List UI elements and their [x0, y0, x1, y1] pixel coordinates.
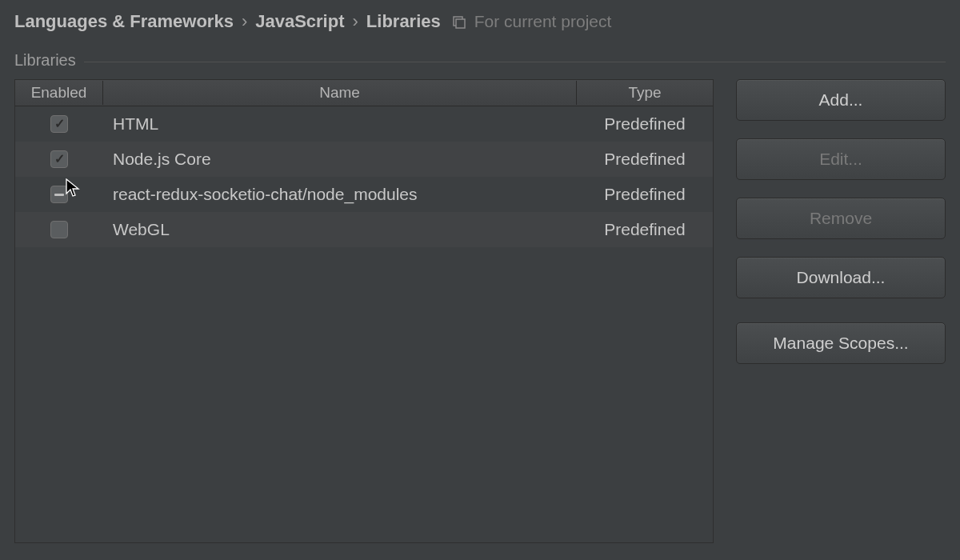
library-name: HTML — [103, 114, 577, 134]
table-row[interactable]: Node.js CorePredefined — [15, 142, 713, 177]
add-button[interactable]: Add... — [736, 79, 946, 121]
edit-button[interactable]: Edit... — [736, 138, 946, 180]
remove-button[interactable]: Remove — [736, 198, 946, 239]
table-body: HTMLPredefinedNode.js CorePredefinedreac… — [15, 106, 713, 542]
library-name: Node.js Core — [103, 150, 577, 169]
table-row[interactable]: react-redux-socketio-chat/node_modulesPr… — [15, 177, 713, 212]
table-row[interactable]: HTMLPredefined — [15, 106, 713, 142]
breadcrumb: Languages & Frameworks › JavaScript › Li… — [0, 0, 960, 40]
scope-label: For current project — [474, 12, 612, 31]
library-type: Predefined — [577, 185, 713, 204]
enabled-cell[interactable] — [15, 221, 103, 238]
checkbox[interactable] — [50, 115, 68, 133]
library-type: Predefined — [577, 150, 713, 169]
breadcrumb-item[interactable]: Languages & Frameworks — [14, 11, 234, 32]
project-scope-icon — [452, 14, 466, 29]
enabled-cell[interactable] — [15, 115, 103, 133]
download-button[interactable]: Download... — [736, 257, 946, 298]
library-name: WebGL — [103, 220, 577, 239]
breadcrumb-item[interactable]: JavaScript — [255, 11, 344, 32]
enabled-cell[interactable] — [15, 186, 103, 203]
enabled-cell[interactable] — [15, 150, 103, 168]
library-type: Predefined — [577, 114, 713, 134]
section-header: Libraries — [0, 40, 960, 74]
chevron-right-icon: › — [351, 11, 360, 32]
checkbox[interactable] — [50, 221, 68, 238]
column-header-enabled[interactable]: Enabled — [15, 81, 103, 105]
breadcrumb-item[interactable]: Libraries — [366, 11, 441, 32]
table-row[interactable]: WebGLPredefined — [15, 212, 713, 247]
divider — [84, 62, 946, 62]
checkbox[interactable] — [50, 150, 68, 168]
library-type: Predefined — [577, 220, 713, 239]
libraries-table: Enabled Name Type HTMLPredefinedNode.js … — [14, 79, 714, 543]
library-name: react-redux-socketio-chat/node_modules — [103, 185, 577, 204]
manage-scopes-button[interactable]: Manage Scopes... — [736, 322, 946, 364]
svg-rect-1 — [456, 19, 465, 28]
column-header-name[interactable]: Name — [103, 81, 577, 105]
section-title: Libraries — [14, 51, 76, 70]
side-buttons: Add... Edit... Remove Download... Manage… — [736, 79, 946, 543]
column-header-type[interactable]: Type — [577, 81, 713, 105]
checkbox[interactable] — [50, 186, 68, 203]
table-header-row: Enabled Name Type — [15, 80, 713, 106]
chevron-right-icon: › — [240, 11, 249, 32]
